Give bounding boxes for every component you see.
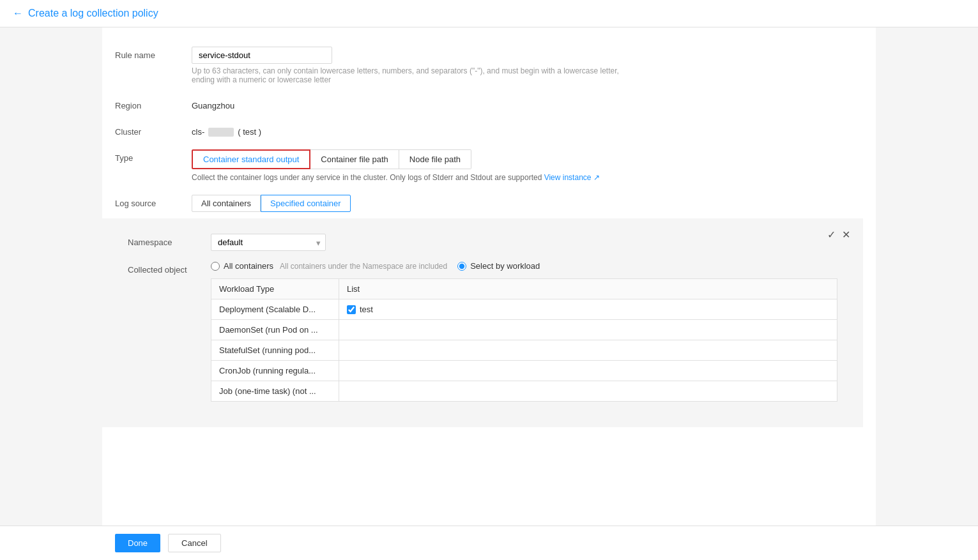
workload-list-item: test: [347, 305, 829, 314]
workload-checkbox[interactable]: [347, 305, 356, 314]
workload-list-cell: [339, 361, 837, 381]
namespace-content: default kube-system kube-public: [211, 234, 837, 251]
collected-object-label: Collected object: [128, 261, 211, 275]
workload-type-cell: StatefulSet (running pod...: [211, 340, 339, 361]
bottom-bar: Done Cancel: [0, 526, 978, 559]
col-workload-type: Workload Type: [211, 279, 339, 299]
page-header: ← Create a log collection policy: [0, 0, 978, 27]
region-content: Guangzhou: [192, 97, 863, 110]
log-source-label: Log source: [115, 195, 192, 208]
workload-type-cell: Deployment (Scalable D...: [211, 299, 339, 320]
cluster-suffix: ( test ): [238, 127, 261, 137]
all-containers-radio[interactable]: [211, 262, 220, 271]
workload-type-cell: Job (one-time task) (not ...: [211, 381, 339, 402]
specified-container-panel: ✓ ✕ Namespace default kube-system kube-p…: [102, 218, 863, 427]
collected-object-content: All containers All containers under the …: [211, 261, 837, 402]
cluster-value: cls- ( test ): [192, 123, 863, 137]
panel-confirm-button[interactable]: ✓: [827, 229, 836, 241]
workload-table: Workload Type List Deployment (Scalable …: [211, 278, 837, 402]
log-source-row: Log source All containers Specified cont…: [115, 195, 863, 427]
log-source-tab-group: All containers Specified container: [192, 195, 863, 212]
workload-checkbox-label: test: [360, 305, 373, 314]
cluster-row: Cluster cls- ( test ): [115, 123, 863, 137]
main-content: Rule name Up to 63 characters, can only …: [102, 27, 876, 559]
select-by-workload-option[interactable]: Select by workload: [457, 261, 540, 271]
back-arrow[interactable]: ←: [13, 8, 23, 19]
panel-close-button[interactable]: ✕: [842, 229, 850, 241]
select-by-workload-radio-label: Select by workload: [470, 261, 540, 271]
panel-action-icons: ✓ ✕: [827, 229, 850, 241]
type-content: Container standard output Container file…: [192, 149, 863, 182]
workload-list-cell: [339, 320, 837, 340]
all-containers-radio-desc: All containers under the Namespace are i…: [280, 262, 447, 271]
cluster-content: cls- ( test ): [192, 123, 863, 137]
region-row: Region Guangzhou: [115, 97, 863, 110]
namespace-select[interactable]: default kube-system kube-public: [211, 234, 326, 251]
view-instance-link[interactable]: View instance ↗: [544, 173, 600, 182]
workload-table-row: Deployment (Scalable D...test: [211, 299, 837, 320]
all-containers-option[interactable]: All containers All containers under the …: [211, 261, 447, 271]
tab-specified-container[interactable]: Specified container: [261, 195, 351, 212]
workload-table-row: StatefulSet (running pod...: [211, 340, 837, 361]
rule-name-label: Rule name: [115, 47, 192, 60]
workload-type-cell: CronJob (running regula...: [211, 361, 339, 381]
rule-name-content: Up to 63 characters, can only contain lo…: [192, 47, 863, 84]
type-row: Type Container standard output Container…: [115, 149, 863, 182]
workload-list-cell: [339, 381, 837, 402]
workload-list-cell: [339, 340, 837, 361]
workload-table-row: CronJob (running regula...: [211, 361, 837, 381]
all-containers-radio-label: All containers: [224, 261, 273, 271]
rule-name-row: Rule name Up to 63 characters, can only …: [115, 47, 863, 84]
type-desc-text: Collect the container logs under any ser…: [192, 173, 542, 182]
type-btn-node-file-path[interactable]: Node file path: [399, 149, 471, 169]
select-by-workload-radio[interactable]: [457, 262, 466, 271]
workload-table-row: Job (one-time task) (not ...: [211, 381, 837, 402]
workload-table-row: DaemonSet (run Pod on ...: [211, 320, 837, 340]
log-source-content: All containers Specified container ✓ ✕ N…: [192, 195, 863, 427]
cancel-button[interactable]: Cancel: [168, 534, 220, 552]
tab-all-containers[interactable]: All containers: [192, 195, 261, 212]
namespace-row: Namespace default kube-system kube-publi…: [128, 234, 837, 251]
region-value: Guangzhou: [192, 97, 863, 110]
type-desc: Collect the container logs under any ser…: [192, 173, 863, 182]
type-label: Type: [115, 149, 192, 163]
namespace-select-wrapper: default kube-system kube-public: [211, 234, 326, 251]
type-button-group: Container standard output Container file…: [192, 149, 863, 169]
namespace-label: Namespace: [128, 234, 211, 247]
collected-object-options: All containers All containers under the …: [211, 261, 837, 271]
collected-object-row: Collected object All containers All cont…: [128, 261, 837, 402]
workload-table-header-row: Workload Type List: [211, 279, 837, 299]
cluster-prefix: cls-: [192, 127, 204, 137]
cluster-id-masked: [208, 128, 234, 137]
done-button[interactable]: Done: [115, 534, 160, 552]
page-title: Create a log collection policy: [28, 8, 158, 19]
region-label: Region: [115, 97, 192, 110]
type-btn-container-file-path[interactable]: Container file path: [310, 149, 399, 169]
type-btn-container-standard-output[interactable]: Container standard output: [192, 149, 310, 169]
rule-name-input[interactable]: [192, 47, 332, 64]
rule-name-hint: Up to 63 characters, can only contain lo…: [192, 66, 639, 84]
col-list: List: [339, 279, 837, 299]
workload-type-cell: DaemonSet (run Pod on ...: [211, 320, 339, 340]
cluster-label: Cluster: [115, 123, 192, 137]
workload-list-cell: test: [339, 299, 837, 320]
